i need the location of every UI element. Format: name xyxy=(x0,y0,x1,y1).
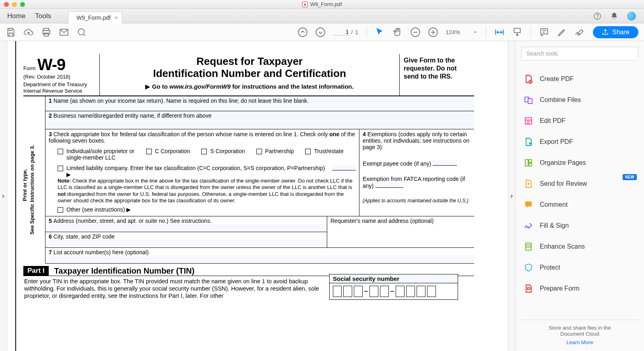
hand-tool-icon[interactable] xyxy=(392,27,403,37)
tool-send-for-review[interactable]: Send for ReviewNEW xyxy=(521,173,638,194)
tool-protect[interactable]: Protect xyxy=(521,257,638,278)
tab-strip: Home Tools W9_Form.pdf × xyxy=(0,9,644,23)
tool-create-pdf[interactable]: Create PDF xyxy=(521,69,638,89)
svg-rect-17 xyxy=(529,160,532,162)
tool-comment[interactable]: Comment xyxy=(521,194,638,215)
learn-more-link[interactable]: Learn More xyxy=(566,339,593,345)
tool-label: Edit PDF xyxy=(540,117,566,125)
share-button[interactable]: Share xyxy=(593,26,638,38)
dept-text: Department of the Treasury Internal Reve… xyxy=(23,81,97,94)
tool-export-pdf[interactable]: Export PDF xyxy=(521,131,638,152)
search-icon[interactable] xyxy=(76,27,87,37)
tool-fill-sign[interactable]: Fill & Sign xyxy=(521,215,638,236)
tool-icon xyxy=(524,179,533,189)
page-up-icon[interactable] xyxy=(297,27,308,37)
note-icon[interactable] xyxy=(539,27,549,37)
svg-point-8 xyxy=(316,28,325,37)
tool-icon xyxy=(524,284,533,293)
checkbox-other[interactable]: Other (see instructions) ▶ xyxy=(58,206,356,213)
tab-document[interactable]: W9_Form.pdf × xyxy=(68,11,122,23)
checkbox-s-corp[interactable]: S Corporation xyxy=(201,148,245,161)
svg-point-7 xyxy=(298,28,307,37)
tool-label: Create PDF xyxy=(540,75,574,83)
tool-icon xyxy=(524,221,533,231)
document-viewport[interactable]: See Specific Instructions on page 3. Pri… xyxy=(7,41,508,351)
new-badge: NEW xyxy=(623,174,637,180)
sign-icon[interactable] xyxy=(574,27,585,37)
tool-label: Prepare Form xyxy=(540,285,580,292)
svg-rect-14 xyxy=(528,99,532,104)
traffic-close[interactable] xyxy=(4,2,9,7)
tool-label: Send for Review xyxy=(540,180,587,187)
tool-combine-files[interactable]: Combine Files xyxy=(521,89,638,110)
zoom-value: 124% xyxy=(446,29,466,35)
tab-home[interactable]: Home xyxy=(7,12,25,20)
tool-label: Protect xyxy=(540,264,560,271)
traffic-minimize[interactable] xyxy=(12,2,17,7)
fit-page-icon[interactable] xyxy=(512,27,522,37)
checkbox-llc[interactable]: Limited liability company. Enter the tax… xyxy=(58,165,356,178)
tool-icon xyxy=(524,74,533,84)
svg-rect-18 xyxy=(529,163,532,166)
titlebar: W9_Form.pdf xyxy=(0,0,644,9)
bell-icon[interactable] xyxy=(610,12,618,20)
tab-document-label: W9_Form.pdf xyxy=(76,15,111,21)
svg-point-6 xyxy=(78,29,84,35)
zoom-dropdown-icon[interactable] xyxy=(473,27,478,37)
svg-rect-19 xyxy=(526,243,531,250)
svg-rect-20 xyxy=(527,288,530,289)
checkbox-c-corp[interactable]: C Corporation xyxy=(146,148,190,161)
page-down-icon[interactable] xyxy=(315,27,326,37)
page-current-input[interactable] xyxy=(333,29,349,35)
ssn-box: Social security number – – xyxy=(329,274,458,300)
svg-rect-16 xyxy=(525,160,528,166)
window-title: W9_Form.pdf xyxy=(302,1,342,7)
toolbar: / 1 124% Share xyxy=(0,23,644,41)
tool-icon xyxy=(524,158,533,168)
pdf-icon xyxy=(302,2,308,7)
svg-point-1 xyxy=(597,17,598,18)
cloud-upload-icon[interactable] xyxy=(23,27,34,37)
svg-rect-11 xyxy=(514,28,520,33)
checkbox-trust[interactable]: Trust/estate xyxy=(305,148,343,161)
tool-label: Comment xyxy=(540,201,568,208)
print-icon[interactable] xyxy=(41,27,52,37)
tool-label: Fill & Sign xyxy=(540,222,569,229)
checkbox-individual[interactable]: Individual/sole proprietor or single-mem… xyxy=(58,148,135,161)
side-instruction-1: Print or type. xyxy=(22,169,28,201)
checkbox-partnership[interactable]: Partnership xyxy=(256,148,294,161)
tools-panel: Search tools Create PDFCombine FilesEdit… xyxy=(515,41,644,351)
tool-prepare-form[interactable]: Prepare Form xyxy=(521,278,638,299)
tool-edit-pdf[interactable]: Edit PDF xyxy=(521,110,638,131)
mail-icon[interactable] xyxy=(59,27,69,37)
pdf-page: See Specific Instructions on page 3. Pri… xyxy=(23,54,474,301)
tool-label: Combine Files xyxy=(540,96,581,104)
right-rail-expand[interactable] xyxy=(508,41,515,351)
tool-icon xyxy=(524,95,533,105)
page-indicator: / 1 xyxy=(333,29,359,35)
svg-rect-2 xyxy=(44,28,49,30)
tab-tools[interactable]: Tools xyxy=(35,12,51,20)
tool-label: Organize Pages xyxy=(540,159,586,166)
highlight-icon[interactable] xyxy=(557,27,567,37)
zoom-in-icon[interactable] xyxy=(428,27,438,37)
save-icon[interactable] xyxy=(6,27,16,37)
search-tools-input[interactable]: Search tools xyxy=(521,47,638,60)
left-rail-expand[interactable] xyxy=(0,41,7,351)
help-icon[interactable] xyxy=(593,12,601,20)
side-instruction-2: See Specific Instructions on page 3. xyxy=(29,145,35,235)
traffic-zoom[interactable] xyxy=(20,2,25,7)
fit-width-icon[interactable] xyxy=(494,27,505,37)
tool-enhance-scans[interactable]: Enhance Scans xyxy=(521,236,638,257)
tool-icon xyxy=(524,200,533,210)
tool-icon xyxy=(524,242,533,251)
tool-label: Enhance Scans xyxy=(540,243,585,250)
cloud-footer: Store and share files in the Document Cl… xyxy=(521,320,638,345)
tool-organize-pages[interactable]: Organize Pages xyxy=(521,152,638,173)
tool-icon xyxy=(524,263,533,272)
avatar[interactable] xyxy=(627,12,636,21)
zoom-out-icon[interactable] xyxy=(410,27,421,37)
close-icon[interactable]: × xyxy=(115,15,118,21)
svg-rect-5 xyxy=(60,29,68,35)
select-tool-icon[interactable] xyxy=(375,27,385,37)
